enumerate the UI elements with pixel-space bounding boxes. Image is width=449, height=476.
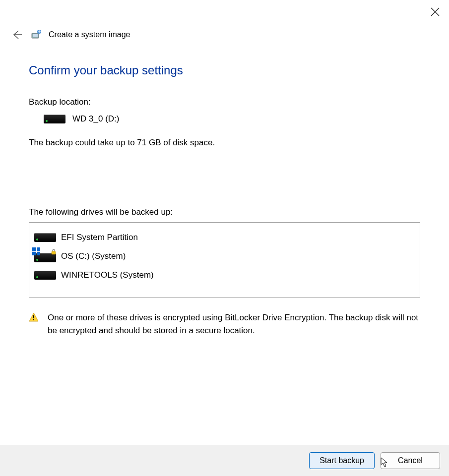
start-backup-button[interactable]: Start backup (309, 452, 375, 469)
drive-icon (34, 271, 56, 280)
drive-locked-icon (34, 250, 56, 262)
back-button[interactable] (10, 28, 24, 42)
drive-icon (44, 115, 65, 123)
wizard-window: Create a system image Confirm your backu… (0, 0, 449, 476)
svg-rect-7 (33, 315, 34, 318)
svg-rect-6 (52, 251, 56, 254)
drive-name: OS (C:) (System) (61, 251, 126, 261)
drives-list: EFI System Partition OS (C:) (System) WI… (29, 222, 420, 298)
backup-size-note: The backup could take up to 71 GB of dis… (29, 138, 420, 148)
drive-name: WINRETOOLS (System) (61, 270, 154, 280)
close-icon (430, 7, 440, 17)
wizard-content: Confirm your backup settings Backup loca… (29, 63, 420, 337)
warning-icon (29, 312, 39, 322)
wizard-title: Create a system image (49, 30, 130, 39)
bitlocker-warning: One or more of these drives is encrypted… (29, 311, 420, 337)
svg-rect-8 (33, 319, 34, 320)
backup-location-row: WD 3_0 (D:) (44, 114, 420, 124)
wizard-footer: Start backup Cancel (0, 445, 449, 476)
page-heading: Confirm your backup settings (29, 63, 420, 77)
drive-list-item: OS (C:) (System) (34, 246, 415, 266)
cancel-button[interactable]: Cancel (381, 452, 440, 469)
wizard-header: Create a system image (10, 28, 130, 42)
drives-list-heading: The following drives will be backed up: (29, 207, 420, 217)
drive-icon (34, 233, 56, 242)
backup-location-drive: WD 3_0 (D:) (72, 114, 119, 124)
drive-list-item: WINRETOOLS (System) (34, 266, 415, 284)
close-button[interactable] (430, 7, 440, 17)
drive-list-item: EFI System Partition (34, 229, 415, 246)
drive-name: EFI System Partition (61, 233, 138, 242)
warning-text: One or more of these drives is encrypted… (48, 311, 420, 337)
svg-rect-4 (33, 34, 38, 37)
backup-location-label: Backup location: (29, 97, 420, 107)
arrow-left-icon (11, 29, 23, 41)
system-image-icon (31, 29, 42, 40)
